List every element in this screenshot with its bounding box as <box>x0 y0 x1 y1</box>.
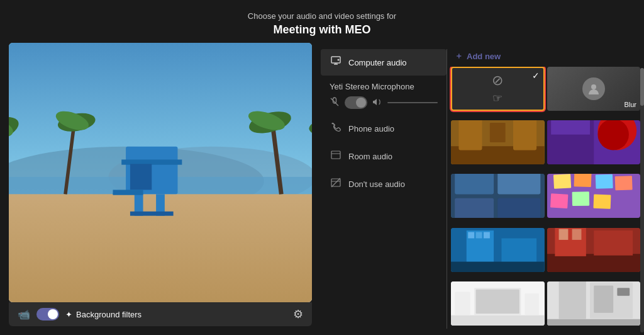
background-filters-button[interactable]: ✦ Background filters <box>65 310 287 319</box>
svg-rect-74 <box>476 290 519 314</box>
mic-controls <box>330 96 438 109</box>
svg-rect-72 <box>451 315 545 325</box>
svg-rect-16 <box>130 212 174 216</box>
audio-option-computer[interactable]: Computer audio <box>321 49 447 76</box>
svg-line-33 <box>331 178 340 187</box>
svg-rect-79 <box>558 281 586 319</box>
svg-rect-47 <box>497 174 540 195</box>
svg-rect-15 <box>130 164 152 190</box>
audio-option-room[interactable]: Room audio <box>321 143 447 169</box>
room-audio-label: Room audio <box>348 152 392 161</box>
volume-bar[interactable] <box>387 102 438 103</box>
backgrounds-grid: ⊘ ☞ ✓ Blur <box>447 67 644 332</box>
svg-rect-52 <box>574 174 591 187</box>
svg-rect-56 <box>593 195 611 209</box>
svg-rect-57 <box>614 176 632 191</box>
svg-point-27 <box>338 59 340 61</box>
background-white1-thumb[interactable] <box>451 281 545 326</box>
svg-rect-64 <box>484 232 490 238</box>
mic-label: Yeti Stereo Microphone <box>330 82 438 91</box>
computer-audio-icon <box>330 55 342 69</box>
computer-audio-label: Computer audio <box>348 58 407 67</box>
filters-icon: ✦ <box>65 310 72 319</box>
page-subtitle: Choose your audio and video settings for <box>0 11 644 21</box>
audio-section: Computer audio Yeti Stereo Microphone <box>321 43 447 335</box>
mic-row: Yeti Stereo Microphone <box>321 77 447 114</box>
svg-line-28 <box>331 98 338 106</box>
svg-rect-66 <box>547 254 641 272</box>
top-bar: Choose your audio and video settings for… <box>0 0 644 43</box>
camera-icon: 📹 <box>18 309 30 321</box>
room-audio-icon <box>330 149 342 163</box>
settings-icon[interactable]: ⚙ <box>293 307 303 321</box>
svg-rect-63 <box>476 232 482 238</box>
blur-avatar <box>582 77 605 100</box>
svg-rect-29 <box>331 151 340 159</box>
svg-rect-49 <box>497 198 540 218</box>
video-preview <box>9 43 312 302</box>
background-none-thumb[interactable]: ⊘ ☞ ✓ <box>451 67 545 111</box>
svg-rect-61 <box>451 261 545 271</box>
background-blur-thumb[interactable]: Blur <box>547 67 641 111</box>
svg-rect-78 <box>547 319 641 326</box>
background-filters-label: Background filters <box>76 310 142 319</box>
svg-rect-75 <box>455 292 470 315</box>
scrollbar-track <box>640 68 644 332</box>
cursor-icon: ☞ <box>492 91 502 105</box>
add-icon: ＋ <box>455 50 463 62</box>
blur-label: Blur <box>624 101 636 108</box>
no-bg-icon: ⊘ ☞ <box>492 68 503 110</box>
svg-rect-37 <box>458 120 482 150</box>
audio-option-phone[interactable]: Phone audio <box>321 115 447 142</box>
svg-rect-48 <box>455 198 494 218</box>
mic-mute-icon <box>330 97 340 109</box>
svg-rect-54 <box>550 194 568 209</box>
svg-rect-39 <box>513 120 536 150</box>
background-room1-thumb[interactable] <box>451 120 545 164</box>
background-office1-thumb[interactable] <box>451 228 545 272</box>
video-section: 📹 ✦ Background filters ⚙ <box>0 43 321 335</box>
mic-toggle[interactable] <box>345 96 367 109</box>
camera-toggle[interactable] <box>36 308 59 321</box>
phone-audio-label: Phone audio <box>348 124 394 133</box>
svg-rect-76 <box>525 293 539 315</box>
add-new-button[interactable]: ＋ Add new <box>447 45 644 67</box>
phone-audio-icon <box>330 122 342 135</box>
svg-rect-44 <box>551 120 590 135</box>
add-new-label: Add new <box>467 52 501 61</box>
svg-rect-51 <box>553 174 570 190</box>
background-white2-thumb[interactable] <box>547 281 641 326</box>
scrollbar-thumb[interactable] <box>640 68 644 106</box>
svg-rect-69 <box>558 229 568 239</box>
background-pantone-thumb[interactable] <box>451 174 545 218</box>
main-content: 📹 ✦ Background filters ⚙ Computer audio <box>0 43 644 335</box>
no-audio-label: Don't use audio <box>348 179 405 189</box>
svg-point-34 <box>591 84 596 89</box>
selected-checkmark: ✓ <box>532 71 540 81</box>
svg-rect-81 <box>594 285 613 312</box>
background-notes-thumb[interactable] <box>547 174 641 218</box>
svg-rect-53 <box>595 174 613 189</box>
svg-rect-38 <box>490 123 506 142</box>
page-title: Meeting with MEO <box>0 23 644 37</box>
svg-rect-55 <box>572 192 589 207</box>
no-audio-icon <box>330 177 342 191</box>
backgrounds-section: ＋ Add new ⊘ ☞ ✓ Blur <box>447 43 644 335</box>
background-art-thumb[interactable] <box>547 120 641 164</box>
audio-option-none[interactable]: Don't use audio <box>321 171 447 197</box>
svg-point-42 <box>597 120 629 150</box>
background-office2-thumb[interactable] <box>547 228 641 272</box>
volume-icon <box>372 97 382 109</box>
svg-rect-70 <box>572 229 581 239</box>
svg-rect-68 <box>594 230 633 256</box>
video-controls: 📹 ✦ Background filters ⚙ <box>9 302 312 326</box>
svg-rect-82 <box>617 288 630 295</box>
svg-rect-46 <box>455 174 494 195</box>
svg-rect-62 <box>468 232 474 238</box>
